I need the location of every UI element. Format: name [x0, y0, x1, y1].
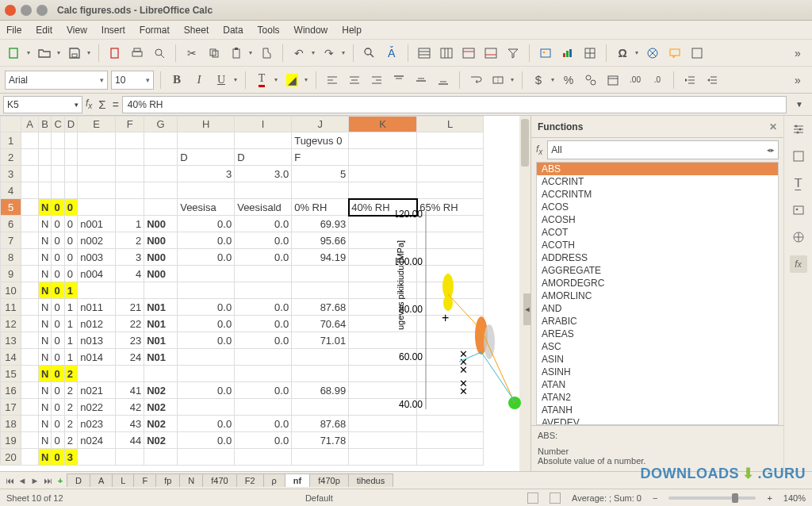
cell-J5[interactable]: 0% RH — [292, 199, 349, 216]
bold-button[interactable]: B — [167, 71, 186, 90]
cell-A14[interactable] — [21, 349, 39, 366]
function-item-ATAN2[interactable]: ATAN2 — [537, 391, 778, 404]
cell-F15[interactable] — [116, 366, 144, 382]
function-item-ASIN[interactable]: ASIN — [537, 353, 778, 366]
menu-window[interactable]: Window — [294, 25, 328, 36]
function-item-AVEDEV[interactable]: AVEDEV — [537, 416, 778, 425]
cell-L14[interactable] — [417, 349, 484, 366]
cell-G1[interactable] — [144, 132, 178, 149]
sidebar-navigator-icon[interactable] — [790, 228, 807, 246]
cell-D6[interactable]: 0 — [64, 216, 77, 232]
column-header-D[interactable]: D — [64, 117, 77, 132]
cell-E9[interactable]: n004 — [78, 266, 116, 282]
cell-E14[interactable]: n014 — [78, 349, 116, 366]
function-item-ACOS[interactable]: ACOS — [537, 201, 778, 213]
cell-G3[interactable] — [144, 166, 178, 182]
menu-tools[interactable]: Tools — [258, 25, 280, 36]
more-button[interactable]: » — [788, 44, 807, 63]
paste-button[interactable] — [227, 44, 246, 63]
cell-G5[interactable] — [144, 199, 178, 216]
name-box[interactable]: K5▾ — [3, 96, 82, 113]
cell-K7[interactable] — [349, 232, 417, 249]
align-right-button[interactable] — [367, 71, 386, 90]
cell-D12[interactable]: 1 — [64, 316, 77, 332]
cell-A15[interactable] — [21, 366, 39, 382]
cell-C14[interactable]: 0 — [52, 349, 64, 366]
cell-K2[interactable] — [349, 149, 417, 166]
cell-I12[interactable]: 0.0 — [235, 316, 292, 332]
print-button[interactable] — [128, 44, 147, 63]
status-insert-mode[interactable] — [527, 493, 538, 504]
spreadsheet-area[interactable]: ABCDEFGHIJKL1Tugevus 02DDF333.0545N00Vee… — [0, 116, 530, 471]
formula-expand-button[interactable]: ▼ — [790, 95, 809, 114]
cell-L9[interactable] — [417, 266, 484, 282]
cell-E13[interactable]: n013 — [78, 332, 116, 349]
function-item-AMORLINC[interactable]: AMORLINC — [537, 289, 778, 302]
highlight-button[interactable]: ◢ — [282, 71, 301, 90]
currency-button[interactable]: $ — [529, 71, 548, 90]
new-button[interactable] — [5, 44, 24, 63]
cell-F4[interactable] — [116, 182, 144, 199]
cell-D13[interactable]: 1 — [64, 332, 77, 349]
cell-G9[interactable]: N00 — [144, 266, 178, 282]
cell-A11[interactable] — [21, 299, 39, 316]
cell-D1[interactable] — [64, 132, 77, 149]
find-button[interactable] — [360, 44, 379, 63]
cell-K14[interactable] — [349, 349, 417, 366]
function-item-ACOTH[interactable]: ACOTH — [537, 239, 778, 251]
cell-I16[interactable]: 0.0 — [235, 382, 292, 399]
cell-F17[interactable]: 42 — [116, 399, 144, 416]
cell-K1[interactable] — [349, 132, 417, 149]
row-header-8[interactable]: 8 — [1, 249, 21, 266]
window-close-button[interactable] — [5, 5, 16, 16]
row-header-7[interactable]: 7 — [1, 232, 21, 249]
cell-K15[interactable] — [349, 366, 417, 382]
cell-G10[interactable] — [144, 282, 178, 299]
sidebar-settings-icon[interactable] — [790, 121, 807, 138]
cell-K18[interactable] — [349, 416, 417, 432]
tab-next-button[interactable]: ► — [29, 476, 41, 485]
image-button[interactable] — [536, 44, 555, 63]
cell-K9[interactable] — [349, 266, 417, 282]
cell-H14[interactable] — [178, 349, 235, 366]
cell-C11[interactable]: 0 — [52, 299, 64, 316]
cell-L13[interactable] — [417, 332, 484, 349]
cell-B4[interactable] — [39, 182, 52, 199]
cell-B10[interactable]: N — [39, 282, 52, 299]
cell-H1[interactable] — [178, 132, 235, 149]
column-header-G[interactable]: G — [144, 117, 178, 132]
zoom-out-button[interactable]: − — [653, 493, 657, 503]
formula-input[interactable]: 40% RH — [122, 96, 787, 113]
cell-D7[interactable]: 0 — [64, 232, 77, 249]
underline-button[interactable]: U — [212, 71, 231, 90]
tab-first-button[interactable]: ⏮ — [3, 476, 16, 485]
cell-D3[interactable] — [64, 166, 77, 182]
function-item-ADDRESS[interactable]: ADDRESS — [537, 251, 778, 264]
zoom-slider[interactable] — [668, 496, 756, 500]
cell-D15[interactable]: 2 — [64, 366, 77, 382]
cell-I5[interactable]: Veesisald — [235, 199, 292, 216]
cell-C7[interactable]: 0 — [52, 232, 64, 249]
print-preview-button[interactable] — [150, 44, 169, 63]
cell-D10[interactable]: 1 — [64, 282, 77, 299]
cell-H19[interactable]: 0.0 — [178, 432, 235, 449]
indent-dec-button[interactable] — [703, 71, 722, 90]
cell-D20[interactable]: 3 — [64, 449, 77, 466]
status-selection-mode[interactable] — [550, 493, 561, 504]
cell-K19[interactable] — [349, 432, 417, 449]
cell-D8[interactable]: 0 — [64, 249, 77, 266]
indent-inc-button[interactable] — [680, 71, 699, 90]
cell-A17[interactable] — [21, 399, 39, 416]
sidebar-collapse-handle[interactable]: ◄ — [523, 293, 531, 325]
cell-D9[interactable]: 0 — [64, 266, 77, 282]
cell-B1[interactable] — [39, 132, 52, 149]
cell-B17[interactable]: N — [39, 399, 52, 416]
cell-J18[interactable]: 87.68 — [292, 416, 349, 432]
cell-L2[interactable] — [417, 149, 484, 166]
cell-J7[interactable]: 95.66 — [292, 232, 349, 249]
sheet-tab-fp[interactable]: fp — [155, 473, 180, 487]
align-left-button[interactable] — [323, 71, 342, 90]
cell-A16[interactable] — [21, 382, 39, 399]
equals-icon[interactable]: = — [113, 98, 119, 111]
function-item-ASINH[interactable]: ASINH — [537, 366, 778, 378]
